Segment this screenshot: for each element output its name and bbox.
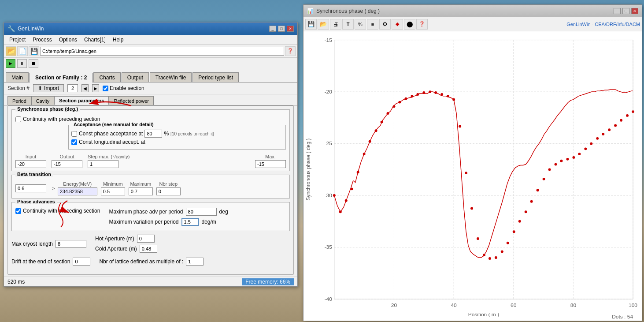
free-memory-button[interactable]: Free memory: 66%	[242, 278, 294, 285]
svg-point-30	[357, 171, 359, 173]
svg-point-64	[560, 160, 563, 162]
chart-diamond-icon[interactable]: ◆	[392, 19, 403, 30]
statusbar: 520 ms Free memory: 66%	[4, 277, 297, 286]
chart-window-controls: _ □ ✕	[614, 8, 638, 14]
max-var-unit: deg/m	[202, 219, 216, 225]
chart-percent-icon[interactable]: %	[355, 19, 366, 30]
cold-aperture-input[interactable]	[140, 245, 157, 253]
menu-options[interactable]: Options	[56, 36, 81, 43]
chart-minimize-button[interactable]: _	[614, 8, 621, 14]
stop-button[interactable]: ⏹	[29, 59, 38, 68]
nbr-lattice-input[interactable]	[186, 258, 204, 266]
minimum-field[interactable]	[101, 187, 125, 195]
minimize-button[interactable]: _	[269, 26, 276, 32]
hot-aperture-input[interactable]	[137, 235, 155, 243]
chart-print-icon[interactable]: 🖨	[330, 19, 341, 30]
chart-window-title: Synchronous phase ( deg )	[316, 8, 380, 14]
continuity2-checkbox[interactable]	[15, 208, 21, 214]
max-cryost-input[interactable]	[56, 240, 86, 248]
svg-point-26	[333, 194, 336, 197]
svg-text:40: 40	[451, 302, 457, 308]
svg-text:-15: -15	[325, 37, 333, 43]
tab-tracewin[interactable]: TraceWin file	[150, 72, 192, 82]
close-button[interactable]: ✕	[287, 26, 294, 32]
max-label: Max.	[255, 154, 286, 159]
const-phase-input[interactable]	[144, 130, 162, 138]
inner-tab-reflected[interactable]: Reflected power	[109, 96, 154, 105]
import-button[interactable]: ⬆ Import	[33, 84, 64, 92]
beta-field[interactable]	[15, 184, 46, 192]
chart-open-icon[interactable]: 📂	[318, 19, 329, 30]
step-field[interactable]	[88, 160, 118, 168]
file-path-input[interactable]	[40, 47, 284, 56]
svg-point-40	[416, 93, 419, 96]
svg-point-59	[530, 200, 533, 203]
continuity-checkbox[interactable]	[15, 116, 21, 122]
chart-text-icon[interactable]: T	[342, 19, 354, 30]
chart-maximize-button[interactable]: □	[622, 8, 629, 14]
enable-section-checkbox[interactable]	[103, 86, 108, 91]
chart-gear-icon[interactable]: ⚙	[379, 19, 391, 30]
chart-save-icon[interactable]: 💾	[305, 19, 317, 30]
nbrstep-field[interactable]	[156, 187, 181, 195]
svg-point-46	[452, 98, 455, 101]
menu-charts[interactable]: Charts[1]	[81, 36, 109, 43]
inner-tab-period[interactable]: Period	[7, 96, 31, 105]
menu-project[interactable]: Project	[6, 36, 29, 43]
chart-list-icon[interactable]: ≡	[367, 19, 378, 30]
enable-section-label: Enable section	[110, 85, 144, 91]
svg-point-54	[501, 250, 503, 253]
energy-label: Energy(MeV)	[58, 181, 97, 187]
menu-help[interactable]: Help	[109, 36, 127, 43]
toolbar-open-icon[interactable]: 📂	[6, 46, 16, 56]
tab-section-family[interactable]: Section or Family : 2	[30, 73, 93, 82]
svg-point-27	[339, 210, 342, 213]
max-phase-adv-label: Maximum phase adv per period	[109, 209, 183, 215]
menu-process[interactable]: Process	[29, 36, 55, 43]
inner-tab-section-params[interactable]: Section parameters	[54, 96, 109, 105]
pause-button[interactable]: ⏸	[17, 59, 27, 68]
const-phase-checkbox[interactable]	[71, 131, 77, 137]
section-next-button[interactable]: ▶	[92, 84, 99, 92]
svg-point-44	[440, 93, 443, 96]
toolbar-save-icon[interactable]: 💾	[29, 46, 39, 56]
const-long-checkbox[interactable]	[71, 139, 77, 145]
acceptance-group: Acceptance (see manual for detail) Const…	[68, 125, 286, 150]
tab-output[interactable]: Output	[122, 72, 149, 82]
svg-point-73	[614, 124, 617, 127]
tab-charts[interactable]: Charts	[93, 72, 120, 82]
input-field[interactable]	[15, 160, 46, 168]
cold-aperture-label: Cold Aperture (m)	[95, 246, 137, 252]
svg-point-34	[381, 121, 383, 124]
tab-main[interactable]: Main	[6, 72, 29, 82]
inner-tab-cavity[interactable]: Cavity	[31, 96, 55, 105]
chart-help-icon[interactable]: ❓	[416, 19, 428, 30]
step-label: Step max. (°/cavity)	[88, 154, 130, 159]
tab-period-type[interactable]: Period type list	[192, 72, 239, 82]
maximum-field[interactable]	[129, 187, 153, 195]
svg-point-56	[513, 230, 515, 233]
svg-point-62	[548, 168, 551, 171]
maximize-button[interactable]: □	[278, 26, 285, 32]
svg-point-70	[596, 137, 599, 140]
max-var-input[interactable]	[181, 218, 199, 226]
chart-circle-icon[interactable]: ⬤	[404, 19, 415, 30]
drift-input[interactable]	[73, 258, 90, 266]
max-phase-adv-input[interactable]	[186, 208, 217, 216]
toolbar-new-icon[interactable]: 📄	[17, 46, 28, 56]
output-field[interactable]	[52, 160, 82, 168]
svg-text:Dots : 54: Dots : 54	[612, 314, 633, 320]
section-prev-button[interactable]: ◀	[81, 84, 89, 92]
chart-close-button[interactable]: ✕	[631, 8, 638, 14]
svg-text:-30: -30	[325, 192, 333, 198]
svg-point-69	[590, 142, 592, 145]
section-number[interactable]: 2	[67, 84, 78, 92]
max-field[interactable]	[255, 160, 286, 168]
energy-field[interactable]	[58, 187, 97, 195]
section-header: Section # ⬆ Import 2 ◀ ▶ Enable section	[4, 82, 297, 94]
step-col: Step max. (°/cavity)	[88, 154, 130, 168]
phase-content: Continuity with preceding section Maximu…	[15, 208, 286, 228]
toolbar-help-icon[interactable]: ❓	[285, 46, 296, 56]
output-label: Output	[52, 154, 82, 159]
run-button[interactable]: ▶	[6, 59, 15, 68]
